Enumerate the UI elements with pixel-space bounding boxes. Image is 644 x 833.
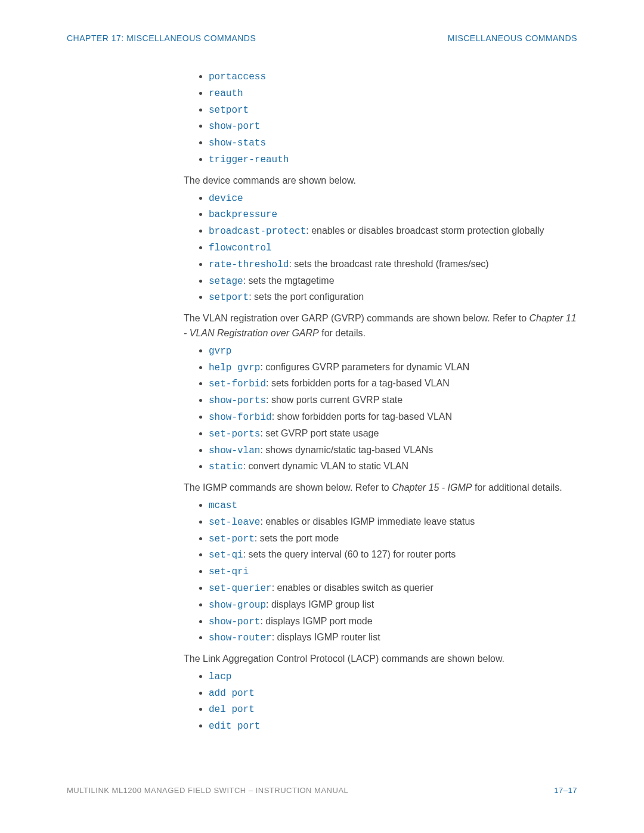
- command-name: set-qi: [209, 550, 243, 561]
- command-name: show-port: [209, 121, 260, 132]
- list-item: setport: sets the port configuration: [209, 290, 577, 305]
- command-description: : show ports current GVRP state: [266, 395, 402, 405]
- command-name: trigger-reauth: [209, 154, 289, 165]
- list-item: broadcast-protect: enables or disables b…: [209, 224, 577, 239]
- command-description: : shows dynamic/static tag-based VLANs: [260, 445, 433, 455]
- command-description: : configures GVRP parameters for dynamic…: [260, 362, 469, 372]
- list-item: backpressure: [209, 207, 577, 222]
- header-left: CHAPTER 17: MISCELLANEOUS COMMANDS: [67, 33, 256, 43]
- list-item: show-port: displays IGMP port mode: [209, 614, 577, 630]
- command-name: setport: [209, 105, 249, 116]
- command-name: set-leave: [209, 517, 260, 528]
- list-item: trigger-reauth: [209, 152, 577, 168]
- header-right: MISCELLANEOUS COMMANDS: [448, 33, 577, 43]
- list-item: setage: sets the mgtagetime: [209, 274, 577, 289]
- page-body: portaccessreauthsetportshow-portshow-sta…: [67, 69, 577, 734]
- gvrp-intro: The VLAN registration over GARP (GVRP) c…: [184, 311, 577, 341]
- list-item: del port: [209, 702, 577, 717]
- command-name: set-querier: [209, 583, 272, 594]
- list-item: static: convert dynamic VLAN to static V…: [209, 459, 577, 475]
- command-description: : sets the port mode: [255, 533, 339, 543]
- command-description: : enables or disables switch as querier: [272, 583, 434, 593]
- list-item: show-forbid: show forbidden ports for ta…: [209, 410, 577, 425]
- list-item: edit port: [209, 719, 577, 734]
- command-name: set-forbid: [209, 379, 266, 389]
- list-item: set-qi: sets the query interval (60 to 1…: [209, 547, 577, 563]
- command-name: show-router: [209, 633, 272, 643]
- list-item: show-ports: show ports current GVRP stat…: [209, 393, 577, 408]
- command-name: static: [209, 462, 243, 472]
- command-name: show-forbid: [209, 412, 272, 423]
- command-name: show-vlan: [209, 445, 260, 456]
- list-item: reauth: [209, 86, 577, 101]
- list-item: set-qri: [209, 564, 577, 580]
- list-item: help gvrp: configures GVRP parameters fo…: [209, 360, 577, 376]
- list-item: setport: [209, 103, 577, 118]
- list-item: set-forbid: sets forbidden ports for a t…: [209, 376, 577, 392]
- list-item: show-router: displays IGMP router list: [209, 630, 577, 646]
- lacp-intro: The Link Aggregation Control Protocol (L…: [184, 652, 577, 667]
- command-name: gvrp: [209, 346, 231, 357]
- command-list-gvrp: gvrphelp gvrp: configures GVRP parameter…: [184, 343, 577, 475]
- command-name: portaccess: [209, 72, 266, 82]
- command-name: del port: [209, 704, 255, 715]
- command-name: help gvrp: [209, 363, 260, 373]
- command-description: : set GVRP port state usage: [260, 428, 379, 438]
- footer-page-number: 17–17: [554, 786, 577, 795]
- command-name: edit port: [209, 721, 260, 732]
- list-item: set-querier: enables or disables switch …: [209, 581, 577, 596]
- command-name: lacp: [209, 671, 231, 682]
- command-list-igmp: mcastset-leave: enables or disables IGMP…: [184, 498, 577, 646]
- list-item: lacp: [209, 669, 577, 685]
- footer-title: MULTILINK ML1200 MANAGED FIELD SWITCH – …: [67, 786, 348, 795]
- command-name: setage: [209, 276, 243, 287]
- list-item: device: [209, 191, 577, 206]
- command-name: set-port: [209, 534, 255, 544]
- command-description: : convert dynamic VLAN to static VLAN: [243, 461, 408, 471]
- command-description: : displays IGMP router list: [272, 632, 380, 642]
- command-name: show-port: [209, 617, 260, 627]
- list-item: portaccess: [209, 69, 577, 85]
- command-name: set-qri: [209, 566, 249, 577]
- device-intro: The device commands are shown below.: [184, 174, 577, 188]
- command-name: reauth: [209, 88, 243, 99]
- command-list-device: devicebackpressurebroadcast-protect: ena…: [184, 191, 577, 306]
- list-item: show-group: displays IGMP group list: [209, 597, 577, 613]
- page-header: CHAPTER 17: MISCELLANEOUS COMMANDS MISCE…: [67, 33, 577, 43]
- list-item: gvrp: [209, 343, 577, 359]
- command-description: : sets the broadcast rate threshold (fra…: [289, 259, 488, 269]
- command-name: show-group: [209, 600, 266, 611]
- command-description: : sets the port configuration: [249, 292, 364, 302]
- list-item: show-vlan: shows dynamic/static tag-base…: [209, 443, 577, 459]
- command-description: : show forbidden ports for tag-based VLA…: [272, 411, 452, 422]
- command-list-lacp: lacpadd portdel portedit port: [184, 669, 577, 734]
- list-item: set-port: sets the port mode: [209, 531, 577, 547]
- list-item: show-stats: [209, 135, 577, 151]
- command-name: add port: [209, 688, 255, 699]
- list-item: mcast: [209, 498, 577, 513]
- command-name: mcast: [209, 500, 237, 511]
- igmp-intro: The IGMP commands are shown below. Refer…: [184, 481, 577, 496]
- list-item: set-leave: enables or disables IGMP imme…: [209, 515, 577, 530]
- command-name: backpressure: [209, 209, 277, 220]
- command-name: setport: [209, 292, 249, 303]
- command-name: device: [209, 193, 243, 204]
- command-name: broadcast-protect: [209, 226, 306, 237]
- command-description: : sets the mgtagetime: [243, 275, 335, 286]
- command-name: show-stats: [209, 138, 266, 148]
- list-item: add port: [209, 686, 577, 701]
- command-description: : sets the query interval (60 to 127) fo…: [243, 549, 456, 559]
- command-description: : enables or disables broadcast storm pr…: [306, 225, 544, 236]
- command-name: rate-threshold: [209, 259, 289, 270]
- command-description: : sets forbidden ports for a tag-based V…: [266, 378, 450, 388]
- command-name: flowcontrol: [209, 243, 272, 253]
- command-name: show-ports: [209, 395, 266, 406]
- command-description: : displays IGMP port mode: [260, 616, 372, 626]
- list-item: flowcontrol: [209, 240, 577, 256]
- list-item: set-ports: set GVRP port state usage: [209, 426, 577, 442]
- command-name: set-ports: [209, 429, 260, 439]
- command-list-first: portaccessreauthsetportshow-portshow-sta…: [184, 69, 577, 168]
- page-footer: MULTILINK ML1200 MANAGED FIELD SWITCH – …: [67, 786, 577, 795]
- command-description: : displays IGMP group list: [266, 599, 374, 609]
- list-item: show-port: [209, 119, 577, 134]
